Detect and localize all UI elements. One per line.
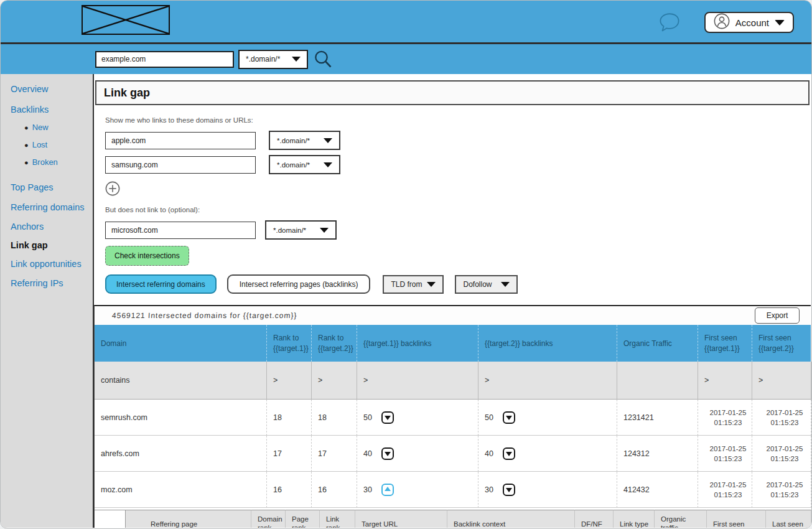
target-1-scope-dropdown[interactable]: *.domain/* bbox=[269, 131, 340, 150]
filter-first-seen-target1[interactable]: > bbox=[698, 362, 752, 400]
first-seen-cell: 2017-01-2501:15:23 bbox=[752, 472, 811, 508]
subtable-column-domain-rank: Domainrank bbox=[251, 510, 286, 528]
domain-cell: ahrefs.com bbox=[95, 436, 267, 472]
rank-cell: 16 bbox=[312, 472, 357, 508]
backlinks-cell: 30 bbox=[357, 472, 478, 508]
subtable-column-first-seen: First seen bbox=[707, 510, 766, 528]
sidebar-item-overview[interactable]: Overview bbox=[1, 82, 93, 96]
table-row: semrush.com 18 18 50 50 1231421 2017-01-… bbox=[95, 400, 811, 436]
sidebar-item-backlinks-broken[interactable]: ●Broken bbox=[1, 156, 93, 169]
results-toolbar: Intersect referring domains Intersect re… bbox=[105, 274, 811, 294]
backlinks-cell: 40 bbox=[478, 436, 617, 472]
subtable-column-referring-page: Reffering page bbox=[126, 510, 251, 528]
subtable-column-dfnf: DF/NF bbox=[575, 510, 614, 528]
logo-placeholder-icon bbox=[82, 5, 170, 35]
sidebar-item-backlinks[interactable]: Backlinks bbox=[1, 103, 93, 116]
page-title-bar: Link gap bbox=[95, 80, 810, 105]
table-header-row: Domain Rank to{{target.1}} Rank to{{targ… bbox=[95, 325, 811, 362]
main-content: Link gap Show me who links to these doma… bbox=[94, 74, 811, 528]
expand-backlinks-toggle-icon[interactable] bbox=[503, 447, 515, 460]
column-header-target1-backlinks[interactable]: {{target.1}} backlinks bbox=[357, 325, 478, 362]
search-icon[interactable] bbox=[313, 49, 333, 69]
app-window: Account *.domain/* Overview Backlinks ●N… bbox=[0, 0, 812, 529]
intersect-referring-domains-button[interactable]: Intersect referring domains bbox=[105, 274, 217, 294]
sidebar-item-top-pages[interactable]: Top Pages bbox=[1, 180, 93, 194]
filter-organic-traffic[interactable] bbox=[617, 362, 698, 400]
intersect-referring-pages-button[interactable]: Intersect referring pages (backlinks) bbox=[227, 274, 371, 294]
sidebar-item-referring-ips[interactable]: Referring IPs bbox=[1, 276, 93, 290]
expand-backlinks-toggle-icon[interactable] bbox=[381, 411, 394, 424]
search-scope-value: *.domain/* bbox=[246, 55, 280, 63]
account-label: Account bbox=[735, 17, 769, 28]
exclude-scope-dropdown[interactable]: *.domain/* bbox=[265, 220, 337, 240]
column-header-domain[interactable]: Domain bbox=[95, 325, 267, 362]
column-header-first-seen-target1[interactable]: First seen{{target.1}} bbox=[698, 325, 752, 362]
table-filter-row: contains > > > > > > bbox=[95, 362, 811, 400]
column-header-organic-traffic[interactable]: Organic Traffic bbox=[617, 325, 698, 362]
backlinks-cell: 50 bbox=[478, 400, 617, 436]
column-header-rank-target2[interactable]: Rank to{{target.2}} bbox=[312, 325, 357, 362]
rank-cell: 17 bbox=[312, 436, 357, 472]
bullet-icon: ● bbox=[24, 141, 29, 149]
rank-cell: 18 bbox=[312, 400, 357, 436]
table-row: moz.com 16 16 30 30 412432 2017-01-2501:… bbox=[95, 472, 811, 508]
subtable-column-organic-traffic: Organictraffic bbox=[655, 510, 707, 528]
sidebar-item-anchors[interactable]: Anchors bbox=[1, 220, 93, 233]
target-2-scope-dropdown[interactable]: *.domain/* bbox=[269, 155, 340, 174]
sidebar-item-backlinks-new[interactable]: ●New bbox=[1, 121, 93, 134]
first-seen-cell: 2017-01-2501:15:23 bbox=[698, 400, 752, 436]
table-row: ahrefs.com 17 17 40 40 124312 2017-01-25… bbox=[95, 436, 811, 472]
column-header-rank-target1[interactable]: Rank to{{target.1}} bbox=[267, 325, 312, 362]
subtable-column-last-seen: Last seen bbox=[766, 510, 811, 528]
exclude-input[interactable] bbox=[105, 222, 256, 239]
backlinks-cell: 50 bbox=[357, 400, 478, 436]
chevron-down-icon bbox=[775, 20, 785, 26]
export-button[interactable]: Export bbox=[755, 307, 800, 324]
filter-rank-target1[interactable]: > bbox=[267, 362, 312, 400]
expand-backlinks-toggle-icon[interactable] bbox=[503, 411, 515, 424]
sidebar-item-link-opportunities[interactable]: Link opportunities bbox=[1, 257, 93, 271]
filter-target2-backlinks[interactable]: > bbox=[478, 362, 617, 400]
bullet-icon: ● bbox=[24, 124, 29, 131]
add-target-button[interactable] bbox=[105, 181, 120, 196]
expand-backlinks-toggle-icon[interactable] bbox=[381, 447, 394, 460]
column-header-target2-backlinks[interactable]: {{target.2}} backlinks bbox=[478, 325, 617, 362]
link-gap-form: Show me who links to these domains or UR… bbox=[94, 116, 811, 294]
sidebar-item-link-gap[interactable]: Link gap bbox=[1, 238, 93, 252]
tld-from-dropdown[interactable]: TLD from bbox=[383, 275, 444, 294]
search-input[interactable] bbox=[95, 51, 234, 68]
account-button[interactable]: Account bbox=[704, 12, 794, 33]
table-caption-bar: 4569121 Intersected domains for {{target… bbox=[95, 306, 811, 325]
sidebar-item-backlinks-lost[interactable]: ●Lost bbox=[1, 138, 93, 152]
chevron-down-icon bbox=[320, 228, 329, 233]
filter-first-seen-target2[interactable]: > bbox=[752, 362, 811, 400]
filter-rank-target2[interactable]: > bbox=[312, 362, 357, 400]
collapse-backlinks-toggle-icon[interactable] bbox=[381, 484, 394, 496]
dofollow-dropdown[interactable]: Dofollow bbox=[455, 275, 518, 294]
expand-backlinks-toggle-icon[interactable] bbox=[503, 484, 515, 496]
chevron-down-icon bbox=[427, 282, 436, 287]
subtable-column-link-type: Link type bbox=[614, 510, 655, 528]
first-seen-cell: 2017-01-2501:15:23 bbox=[752, 436, 811, 472]
column-header-first-seen-target2[interactable]: First seen{{target.2}} bbox=[752, 325, 811, 362]
subtable-column-target-url: Target URL bbox=[355, 510, 447, 528]
top-bar: Account bbox=[1, 1, 811, 44]
domain-cell: moz.com bbox=[95, 472, 267, 508]
first-seen-cell: 2017-01-2501:15:23 bbox=[752, 400, 811, 436]
first-seen-cell: 2017-01-2501:15:23 bbox=[698, 436, 752, 472]
rank-cell: 17 bbox=[267, 436, 312, 472]
check-intersections-button[interactable]: Check intersections bbox=[105, 246, 189, 266]
rank-cell: 16 bbox=[267, 472, 312, 508]
subtable-column-page-rank: Pagerank bbox=[286, 510, 320, 528]
exclude-label: But does not link to (optional): bbox=[105, 206, 811, 213]
filter-domain[interactable]: contains bbox=[95, 362, 267, 400]
target-2-input[interactable] bbox=[105, 156, 256, 174]
target-1-input[interactable] bbox=[105, 132, 256, 149]
filter-target1-backlinks[interactable]: > bbox=[357, 362, 478, 400]
bullet-icon: ● bbox=[24, 159, 29, 166]
subtable-spacer-cell bbox=[95, 510, 126, 528]
search-scope-dropdown[interactable]: *.domain/* bbox=[238, 50, 308, 69]
sidebar-nav: Overview Backlinks ●New ●Lost ●Broken To… bbox=[1, 74, 94, 528]
chat-bubble-icon[interactable] bbox=[658, 12, 681, 33]
sidebar-item-referring-domains[interactable]: Referring domains bbox=[1, 200, 93, 214]
